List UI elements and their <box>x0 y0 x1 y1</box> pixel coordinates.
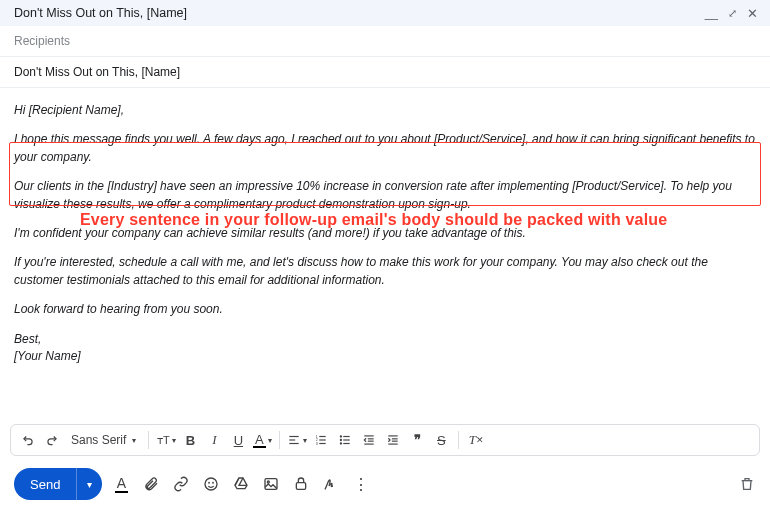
indent-more-icon[interactable] <box>382 429 404 451</box>
svg-point-23 <box>205 478 217 490</box>
send-button[interactable]: Send ▾ <box>14 468 102 500</box>
discard-icon[interactable] <box>738 475 756 493</box>
send-label: Send <box>14 468 76 500</box>
underline-icon[interactable]: U <box>227 429 249 451</box>
italic-icon[interactable]: I <box>203 429 225 451</box>
body-p2: Our clients in the [Industry] have seen … <box>14 178 756 213</box>
separator <box>148 431 149 449</box>
link-icon[interactable] <box>172 475 190 493</box>
undo-icon[interactable] <box>17 429 39 451</box>
compose-window: Don't Miss Out on This, [Name] __ ⤢ ✕ Re… <box>0 0 770 510</box>
drive-icon[interactable] <box>232 475 250 493</box>
svg-point-24 <box>209 482 210 483</box>
svg-point-25 <box>213 482 214 483</box>
separator <box>458 431 459 449</box>
email-body[interactable]: Hi [Recipient Name], I hope this message… <box>0 88 770 424</box>
compose-actions: A ⋮ <box>112 475 370 493</box>
font-family-select[interactable]: Sans Serif ▾ <box>65 433 142 447</box>
svg-text:3: 3 <box>316 442 318 446</box>
subject-value: Don't Miss Out on This, [Name] <box>14 65 180 79</box>
window-controls: __ ⤢ ✕ <box>705 7 758 20</box>
svg-point-9 <box>341 436 342 437</box>
svg-point-27 <box>268 481 270 483</box>
confidential-icon[interactable] <box>292 475 310 493</box>
close-icon[interactable]: ✕ <box>747 7 758 20</box>
body-greeting: Hi [Recipient Name], <box>14 102 756 119</box>
more-options-icon[interactable]: ⋮ <box>352 475 370 493</box>
body-p5: Look forward to hearing from you soon. <box>14 301 756 318</box>
svg-point-11 <box>341 443 342 444</box>
chevron-down-icon: ▾ <box>132 436 136 445</box>
attach-icon[interactable] <box>142 475 160 493</box>
subject-field[interactable]: Don't Miss Out on This, [Name] <box>0 57 770 88</box>
quote-icon[interactable]: ❞ <box>406 429 428 451</box>
minimize-icon[interactable]: __ <box>705 7 718 19</box>
text-color-icon[interactable]: A▾ <box>251 429 273 451</box>
emoji-icon[interactable] <box>202 475 220 493</box>
right-actions <box>738 475 756 493</box>
text-format-icon[interactable]: A <box>112 475 130 493</box>
clear-formatting-icon[interactable]: T✕ <box>465 429 487 451</box>
svg-rect-28 <box>297 483 306 490</box>
font-family-label: Sans Serif <box>71 433 126 447</box>
recipients-placeholder: Recipients <box>14 34 70 48</box>
body-p1: I hope this message finds you well. A fe… <box>14 131 756 166</box>
recipients-field[interactable]: Recipients <box>0 26 770 57</box>
strikethrough-icon[interactable]: S <box>430 429 452 451</box>
image-icon[interactable] <box>262 475 280 493</box>
redo-icon[interactable] <box>41 429 63 451</box>
window-header: Don't Miss Out on This, [Name] __ ⤢ ✕ <box>0 0 770 26</box>
bold-icon[interactable]: B <box>179 429 201 451</box>
send-options-dropdown[interactable]: ▾ <box>76 468 102 500</box>
align-icon[interactable]: ▾ <box>286 429 308 451</box>
bottom-toolbar: Send ▾ A ⋮ <box>0 462 770 510</box>
body-p3: I'm confident your company can achieve s… <box>14 225 756 242</box>
format-toolbar: Sans Serif ▾ ᴛT▾ B I U A▾ ▾ 123 ❞ S T✕ <box>10 424 760 456</box>
bullet-list-icon[interactable] <box>334 429 356 451</box>
body-p4: If you're interested, schedule a call wi… <box>14 254 756 289</box>
indent-less-icon[interactable] <box>358 429 380 451</box>
numbered-list-icon[interactable]: 123 <box>310 429 332 451</box>
body-closing: Best, <box>14 331 756 348</box>
signature-icon[interactable] <box>322 475 340 493</box>
svg-point-10 <box>341 439 342 440</box>
separator <box>279 431 280 449</box>
restore-icon[interactable]: ⤢ <box>728 8 737 19</box>
window-title: Don't Miss Out on This, [Name] <box>14 6 187 20</box>
body-signature: [Your Name] <box>14 348 756 365</box>
font-size-icon[interactable]: ᴛT▾ <box>155 429 177 451</box>
